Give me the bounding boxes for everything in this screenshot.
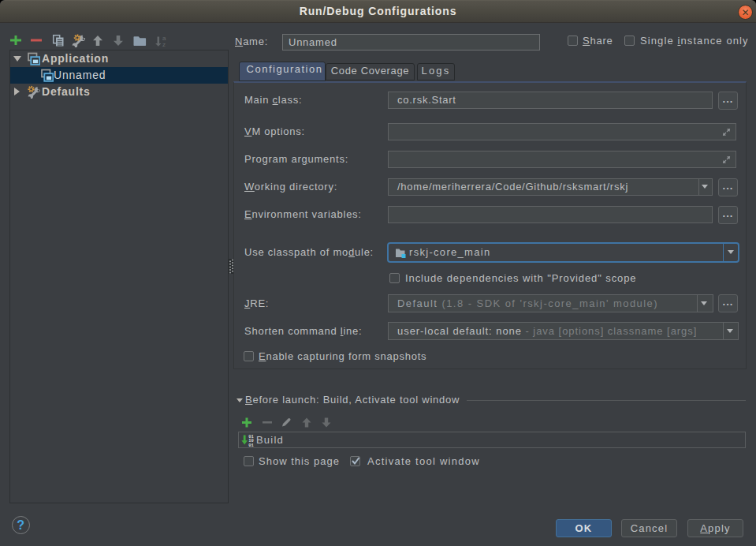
svg-text:01: 01	[248, 443, 253, 447]
svg-text:z: z	[162, 41, 166, 47]
